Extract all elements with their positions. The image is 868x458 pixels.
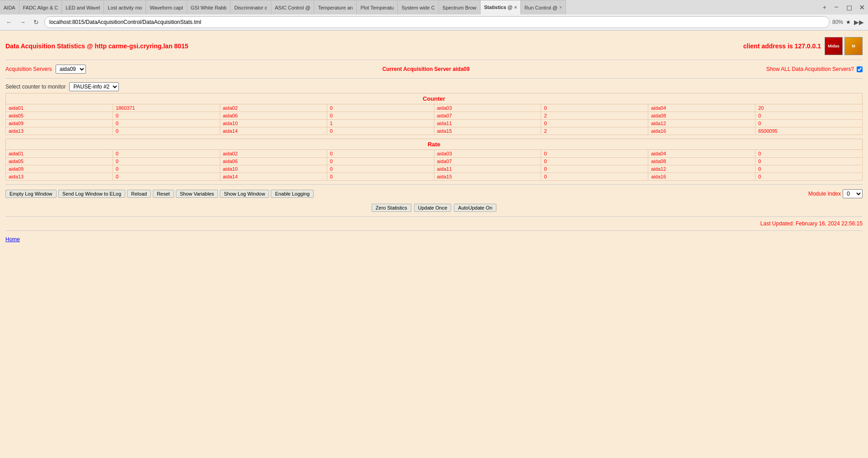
back-button[interactable]: ← [4,17,14,28]
home-divider [5,230,863,231]
auto-update-button[interactable]: AutoUpdate On [454,204,496,212]
cell-value: 0 [327,173,434,181]
browser-tab[interactable]: AIDA [0,0,19,14]
cell-label: aida02 [220,104,327,112]
cell-label: aida11 [434,120,541,127]
cell-value: 20 [755,104,863,112]
minimize-button[interactable]: − [830,1,843,14]
cell-label: aida06 [220,158,327,165]
reload-page-button[interactable]: Reload [127,190,151,198]
cell-label: aida04 [648,150,755,158]
cell-value: 0 [327,104,434,112]
cell-label: aida12 [648,165,755,173]
send-log-button[interactable]: Send Log Window to ELog [58,190,125,198]
browser-tab[interactable]: Statistics @× [481,0,521,14]
address-bar[interactable] [44,16,830,28]
current-server: Current Acquisition Server aida09 [382,66,470,72]
table-row: aida090aida100aida110aida120 [6,165,863,173]
browser-chrome: AIDAFADC Align & CLED and WavelLost acti… [0,0,868,31]
header-divider [5,60,863,60]
acq-divider [5,78,863,79]
table-row: aida010aida020aida030aida040 [6,150,863,158]
cell-label: aida10 [220,120,327,127]
show-all-checkbox[interactable] [857,66,863,72]
maximize-button[interactable]: ◻ [843,1,855,14]
show-all-label: Show ALL Data Acquisition Servers? [766,66,854,72]
cell-value: 0 [327,158,434,165]
cell-label: aida15 [434,173,541,181]
rate-header: Rate [6,139,863,150]
zoom-level: 80% [832,19,843,25]
cell-value: 2 [541,112,648,120]
acq-right: Show ALL Data Acquisition Servers? [766,66,863,72]
new-tab-button[interactable]: + [819,0,830,14]
zero-statistics-button[interactable]: Zero Statistics [372,204,411,212]
cell-label: aida08 [648,112,755,120]
cell-value: 0 [113,158,220,165]
browser-tab[interactable]: Temperature an [314,0,357,14]
rate-table: Rate aida010aida020aida030aida040aida050… [5,139,863,181]
cell-value: 0 [541,165,648,173]
cell-value: 0 [113,120,220,127]
cell-value: 0 [755,150,863,158]
close-button[interactable]: ✕ [855,1,868,14]
counter-select[interactable]: PAUSE-info #2 [69,82,119,91]
cell-value: 0 [327,112,434,120]
browser-tab[interactable]: Spectrum Brow [439,0,481,14]
table-row: aida090aida101aida110aida120 [6,120,863,127]
forward-button[interactable]: → [17,17,28,28]
tab-close-icon[interactable]: × [514,5,517,10]
cell-label: aida09 [6,165,113,173]
cell-label: aida07 [434,112,541,120]
home-link[interactable]: Home [5,236,20,243]
table-row: aida130aida140aida152aida166500095 [6,127,863,135]
show-log-button[interactable]: Show Log Window [220,190,269,198]
cell-value: 0 [541,158,648,165]
cell-label: aida08 [648,158,755,165]
reload-button[interactable]: ↻ [31,17,42,28]
browser-tab[interactable]: Run Control @× [521,0,566,14]
table-row: aida050aida060aida070aida080 [6,158,863,165]
browser-tab[interactable]: Plot Temperatu [357,0,398,14]
counter-table: Counter aida011860371aida020aida030aida0… [5,93,863,135]
update-once-button[interactable]: Update Once [414,204,452,212]
tab-close-icon[interactable]: × [559,5,562,10]
browser-tab[interactable]: GSI White Rabb [187,0,231,14]
midas-logo: Midas [825,37,843,55]
bookmark-icon[interactable]: ★ [846,19,851,25]
cell-value: 0 [755,158,863,165]
extensions-button[interactable]: ▶▶ [854,17,864,28]
module-index-label: Module Index [808,191,841,197]
browser-tab[interactable]: LED and Wavel [62,0,104,14]
browser-tab[interactable]: FADC Align & C [19,0,62,14]
acquisition-server-select[interactable]: aida09 [56,65,86,74]
browser-tab[interactable]: Discriminator c [231,0,271,14]
module-index: Module Index 012345678910 [808,189,863,198]
cell-label: aida04 [648,104,755,112]
show-variables-button[interactable]: Show Variables [176,190,218,198]
cell-label: aida03 [434,104,541,112]
browser-tab[interactable]: Waveform capt [146,0,187,14]
window-controls: − ◻ ✕ [830,0,868,14]
browser-tab[interactable]: Lost activity mo [104,0,146,14]
home-section: Home [5,233,863,246]
cell-label: aida12 [648,120,755,127]
cell-value: 0 [113,150,220,158]
reset-button[interactable]: Reset [153,190,174,198]
cell-value: 0 [113,173,220,181]
cell-value: 0 [327,165,434,173]
cell-label: aida13 [6,127,113,135]
empty-log-button[interactable]: Empty Log Window [5,190,57,198]
browser-tab[interactable]: ASIC Control @ [271,0,314,14]
cell-value: 0 [113,127,220,135]
cell-label: aida02 [220,150,327,158]
enable-logging-button[interactable]: Enable Logging [271,190,313,198]
page-title: Data Acquisition Statistics @ http carme… [5,42,188,50]
counter-header: Counter [6,93,863,104]
module-index-select[interactable]: 012345678910 [843,189,863,198]
cell-label: aida05 [6,158,113,165]
browser-tab[interactable]: System wide C [398,0,439,14]
cell-value: 0 [327,127,434,135]
cell-label: aida06 [220,112,327,120]
cell-value: 0 [113,112,220,120]
